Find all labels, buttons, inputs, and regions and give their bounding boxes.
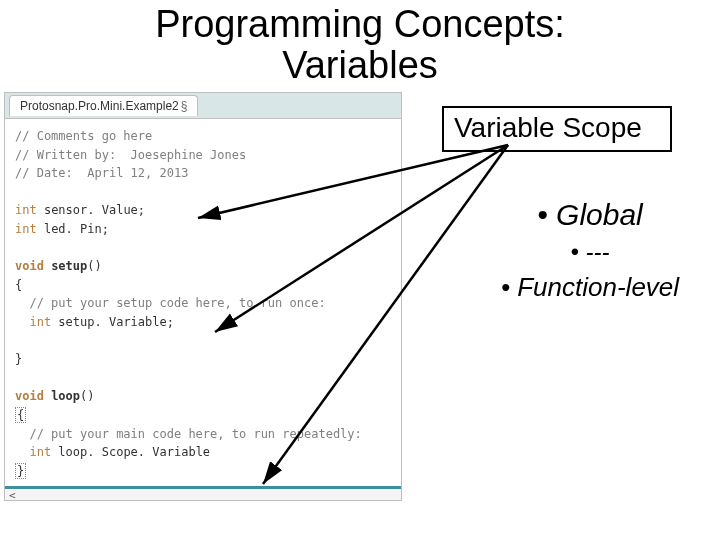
tab-label: Protosnap.Pro.Mini.Example2 — [20, 99, 179, 113]
variable-scope-heading-box: Variable Scope — [442, 106, 672, 152]
editor-tabbar: Protosnap.Pro.Mini.Example2§ — [5, 93, 401, 119]
code-brace: { — [15, 278, 22, 292]
code-body: // Comments go here // Written by: Joese… — [5, 119, 401, 486]
code-keyword: void — [15, 389, 44, 403]
editor-footer: < — [5, 486, 401, 500]
code-type-kw: int — [15, 203, 37, 217]
code-editor-panel: Protosnap.Pro.Mini.Example2§ // Comments… — [4, 92, 402, 501]
code-func-name: setup — [44, 259, 87, 273]
code-sig: () — [80, 389, 94, 403]
slide-title: Programming Concepts: Variables — [0, 4, 720, 86]
code-comment: // Comments go here — [15, 129, 152, 143]
code-comment: // Date: April 12, 2013 — [15, 166, 188, 180]
tab-section-mark: § — [181, 99, 188, 113]
bullet-global: • Global — [470, 198, 710, 232]
scope-bullets: • Global • --- • Function-level — [470, 198, 710, 303]
bullet-function-level: • Function-level — [470, 272, 710, 303]
code-ident: sensor. Value; — [37, 203, 145, 217]
footer-chevron-icon: < — [9, 489, 16, 502]
cursor-indicator: { — [15, 407, 26, 423]
code-type-kw: int — [15, 222, 37, 236]
cursor-indicator: } — [15, 463, 26, 479]
code-ident: setup. Variable; — [51, 315, 174, 329]
code-comment: // put your setup code here, to run once… — [15, 296, 326, 310]
code-ident: loop. Scope. Variable — [51, 445, 210, 459]
title-line-2: Variables — [282, 44, 438, 86]
code-comment: // put your main code here, to run repea… — [15, 427, 362, 441]
code-ident: led. Pin; — [37, 222, 109, 236]
code-type-kw: int — [29, 315, 51, 329]
editor-tab[interactable]: Protosnap.Pro.Mini.Example2§ — [9, 95, 198, 116]
code-type-kw: int — [29, 445, 51, 459]
code-comment: // Written by: Joesephine Jones — [15, 148, 246, 162]
bullet-sep: • --- — [470, 238, 710, 266]
variable-scope-heading: Variable Scope — [454, 112, 642, 143]
code-func-name: loop — [44, 389, 80, 403]
title-line-1: Programming Concepts: — [155, 3, 565, 45]
code-brace: } — [15, 352, 22, 366]
code-keyword: void — [15, 259, 44, 273]
code-sig: () — [87, 259, 101, 273]
